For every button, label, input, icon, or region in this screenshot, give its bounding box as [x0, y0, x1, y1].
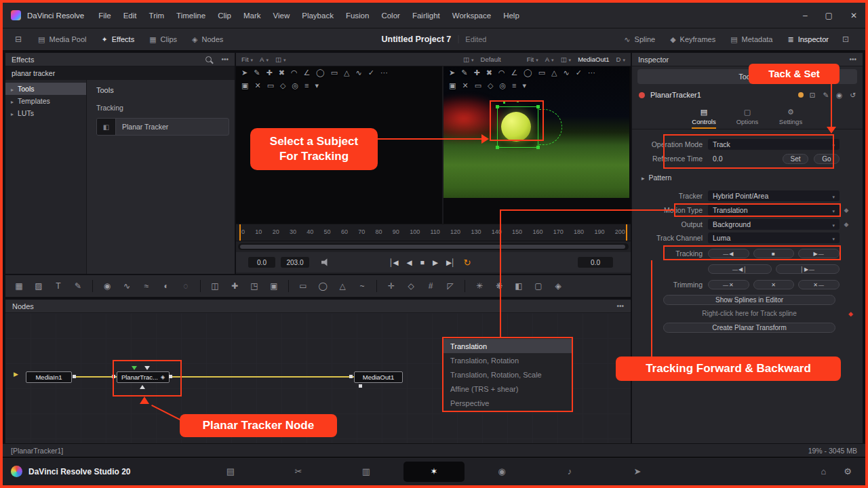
- right-view-dropdown[interactable]: ◫: [561, 56, 572, 63]
- renderer3d-tool-icon[interactable]: ◈: [553, 281, 564, 291]
- paint-tool-icon[interactable]: ✎: [73, 281, 83, 291]
- node-connector[interactable]: [73, 375, 76, 378]
- fusion-page-button[interactable]: ✶: [403, 462, 465, 482]
- scrollbar-handle[interactable]: [240, 245, 625, 249]
- node-connector[interactable]: [359, 384, 362, 388]
- option-translation-rotation-scale[interactable]: Translation, Rotation, Scale: [443, 367, 572, 382]
- cut-page-button[interactable]: ✂: [264, 462, 332, 482]
- param-dropdown[interactable]: Background: [708, 219, 840, 230]
- menu-item[interactable]: File: [92, 12, 117, 20]
- menu-item[interactable]: Color: [375, 12, 406, 20]
- delete-point-tool-icon[interactable]: ✖: [279, 68, 285, 77]
- onion-skin-icon[interactable]: ◎: [292, 81, 299, 90]
- keypoints-icon[interactable]: ◇: [488, 81, 493, 90]
- tools-tab-bar[interactable]: Tools: [637, 69, 857, 84]
- fairlight-page-button[interactable]: ♪: [536, 462, 604, 482]
- node-mediain1[interactable]: MediaIn1: [26, 371, 72, 383]
- ui-layout-toggle-button[interactable]: ⊟: [9, 33, 27, 46]
- add-point-tool-icon[interactable]: ✚: [473, 68, 479, 77]
- roto-assist-icon[interactable]: ▣: [449, 81, 456, 90]
- tree-item-luts[interactable]: LUTs: [5, 107, 86, 119]
- node-connector[interactable]: [169, 375, 172, 378]
- particles-tool-icon[interactable]: ✳: [474, 281, 485, 291]
- emitter-tool-icon[interactable]: ❋: [494, 281, 505, 291]
- tracker-handle[interactable]: [496, 105, 499, 108]
- pointer-tool-icon[interactable]: ➤: [241, 68, 248, 77]
- bspline-mask-tool-icon[interactable]: ~: [357, 281, 368, 291]
- planar-tracker-tool-icon[interactable]: ◇: [406, 281, 416, 291]
- menu-item[interactable]: Workspace: [446, 12, 497, 20]
- menu-item[interactable]: Timeline: [170, 12, 212, 20]
- menu-item[interactable]: Fusion: [340, 12, 376, 20]
- loop-button[interactable]: ↻: [464, 258, 471, 268]
- layout-dropdown[interactable]: ◫: [463, 56, 474, 63]
- node-version-icon[interactable]: ⊡: [809, 91, 815, 99]
- delete-point-tool-icon[interactable]: ✖: [486, 68, 492, 77]
- tree-item-templates[interactable]: Templates: [5, 95, 86, 107]
- stop-button[interactable]: ■: [420, 258, 424, 266]
- audio-mute-icon[interactable]: [321, 258, 330, 266]
- pointer-tool-icon[interactable]: ➤: [449, 68, 455, 77]
- left-zoom-dropdown[interactable]: Fit: [241, 56, 253, 63]
- node-pin-icon[interactable]: ✎: [823, 91, 829, 99]
- home-icon[interactable]: ⌂: [821, 466, 826, 476]
- close-button[interactable]: ✕: [850, 11, 857, 20]
- tab-controls[interactable]: ▤ Controls: [688, 104, 720, 129]
- reference-time-value[interactable]: 0.0: [708, 155, 723, 163]
- keyframe-diamond-icon[interactable]: ◆: [840, 207, 853, 214]
- shape3d-tool-icon[interactable]: ◧: [513, 281, 524, 291]
- trim-out-button[interactable]: ✕—: [798, 280, 840, 289]
- menu-item[interactable]: Help: [497, 12, 526, 20]
- planar-tracker-effect-item[interactable]: ◧ Planar Tracker: [96, 118, 229, 136]
- left-channel-dropdown[interactable]: A: [260, 56, 269, 63]
- trim-clear-button[interactable]: ✕: [753, 280, 795, 289]
- ellipse-mask-tool-icon[interactable]: ◯: [317, 281, 328, 291]
- color-page-button[interactable]: ◉: [468, 462, 536, 482]
- track-one-backward-button[interactable]: —◀│: [708, 264, 772, 274]
- linear-tool-icon[interactable]: ∠: [303, 68, 310, 77]
- media-pool-button[interactable]: ▤ Media Pool: [31, 33, 93, 47]
- playhead[interactable]: [239, 224, 241, 241]
- node-mediaout1[interactable]: MediaOut1: [354, 371, 403, 383]
- deliver-page-button[interactable]: ➤: [604, 462, 671, 482]
- timeline-scrollbar[interactable]: [238, 243, 629, 250]
- fastnoise-tool-icon[interactable]: ▨: [33, 281, 44, 291]
- onion-skin-icon[interactable]: ◎: [500, 81, 507, 90]
- menu-item[interactable]: Trim: [143, 12, 171, 20]
- nodes-button[interactable]: ◈ Nodes: [185, 33, 230, 47]
- tracker-tool-icon[interactable]: ✛: [386, 281, 397, 291]
- track-spline-keyframe-icon[interactable]: ◆: [848, 310, 853, 317]
- show-splines-button[interactable]: Show Splines in Editor: [663, 295, 835, 305]
- transform-tool-icon[interactable]: ✚: [229, 281, 240, 291]
- freehand-tool-icon[interactable]: ∿: [564, 68, 570, 77]
- set-button[interactable]: Set: [783, 154, 808, 164]
- minimize-button[interactable]: –: [803, 11, 808, 20]
- menu-item[interactable]: View: [267, 12, 296, 20]
- separator[interactable]: [200, 280, 201, 292]
- tab-settings[interactable]: ⚙ Settings: [774, 104, 807, 129]
- more-tools-icon[interactable]: ⋯: [380, 68, 388, 77]
- color-corrector-tool-icon[interactable]: ◉: [102, 281, 113, 291]
- clips-button[interactable]: ▦ Clips: [142, 33, 184, 47]
- shape-box-icon[interactable]: ▭: [475, 81, 481, 90]
- metadata-button[interactable]: ▤ Metadata: [724, 33, 779, 47]
- node-color-dot[interactable]: [639, 92, 645, 98]
- tree-item-tools[interactable]: Tools: [5, 83, 86, 95]
- polygon-tool-icon[interactable]: △: [344, 68, 349, 77]
- param-dropdown[interactable]: Hybrid Point/Area: [708, 190, 840, 201]
- track-reverse-button[interactable]: —◀: [708, 249, 749, 258]
- reduce-points-icon[interactable]: ✕: [462, 81, 468, 90]
- menu-item[interactable]: Mark: [237, 12, 267, 20]
- operation-mode-dropdown[interactable]: Track: [708, 139, 840, 150]
- tracker-handle[interactable]: [536, 105, 540, 108]
- merge-tool-icon[interactable]: ◫: [210, 281, 220, 291]
- color-curves-tool-icon[interactable]: ∿: [121, 281, 132, 291]
- param-dropdown[interactable]: Luma: [708, 232, 840, 243]
- grid-warp-tool-icon[interactable]: #: [425, 281, 436, 291]
- reduce-points-icon[interactable]: ✕: [254, 81, 260, 90]
- menu-item[interactable]: Clip: [212, 12, 237, 20]
- smooth-curve-tool-icon[interactable]: ◠: [291, 68, 298, 77]
- done-tool-icon[interactable]: ✓: [368, 68, 374, 77]
- separator[interactable]: [92, 280, 93, 292]
- menu-item[interactable]: Fairlight: [406, 12, 446, 20]
